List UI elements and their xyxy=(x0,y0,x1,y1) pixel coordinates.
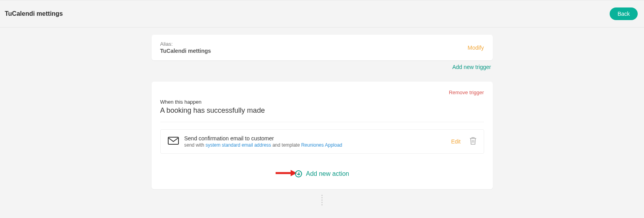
add-trigger-button[interactable]: Add new trigger xyxy=(452,64,491,70)
alias-value: TuCalendi mettings xyxy=(160,48,211,54)
remove-trigger-button[interactable]: Remove trigger xyxy=(449,89,484,95)
email-address-link[interactable]: system standard email address xyxy=(206,142,271,148)
action-title: Send confirmation email to customer xyxy=(184,135,451,142)
trigger-card: Remove trigger When this happen A bookin… xyxy=(152,82,493,189)
plus-circle-icon xyxy=(295,170,302,177)
edit-action-button[interactable]: Edit xyxy=(451,138,460,145)
modify-button[interactable]: Modify xyxy=(468,45,484,51)
svg-rect-0 xyxy=(168,137,178,144)
add-action-button[interactable]: Add new action xyxy=(295,170,349,177)
action-subtitle: send with system standard email address … xyxy=(184,142,451,148)
add-action-label: Add new action xyxy=(306,170,349,177)
when-label: When this happen xyxy=(160,99,484,105)
action-item: Send confirmation email to customer send… xyxy=(160,129,484,154)
alias-label: Alias: xyxy=(160,41,211,47)
alias-card: Alias: TuCalendi mettings Modify xyxy=(152,35,493,60)
connector-dots xyxy=(152,195,493,205)
annotation-arrow-icon xyxy=(275,169,297,179)
page-title: TuCalendi mettings xyxy=(5,10,63,17)
envelope-icon xyxy=(168,137,179,146)
back-button[interactable]: Back xyxy=(610,7,638,20)
trash-icon[interactable] xyxy=(469,137,477,146)
when-description: A booking has successfully made xyxy=(160,106,484,122)
template-link[interactable]: Reuniones Appload xyxy=(301,142,342,148)
